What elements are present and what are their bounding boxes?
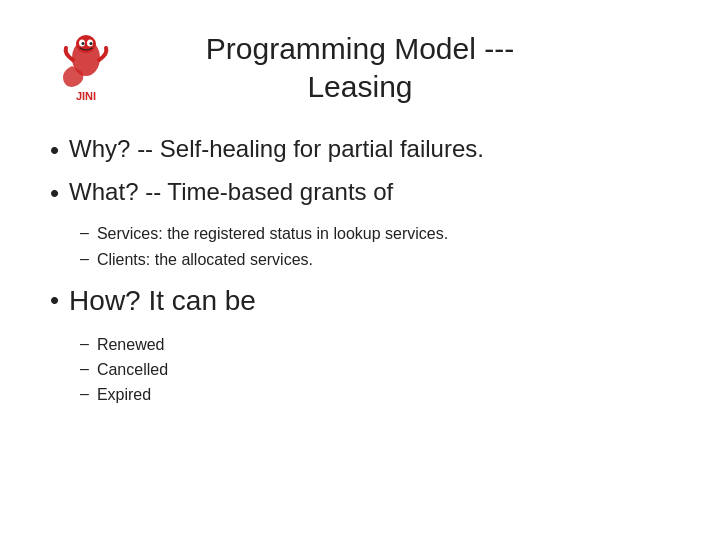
bullet-what: • What? -- Time-based grants of bbox=[50, 176, 670, 209]
jini-logo: JINI bbox=[50, 30, 122, 106]
slide: JINI Programming Model --- Leasing • Why… bbox=[0, 0, 720, 540]
slide-content: • Why? -- Self-healing for partial failu… bbox=[50, 133, 670, 510]
bullet-dot-why: • bbox=[50, 135, 59, 166]
sub-text-clients: Clients: the allocated services. bbox=[97, 249, 313, 271]
sub-text-renewed: Renewed bbox=[97, 334, 165, 356]
dash-icon-expired: – bbox=[80, 385, 89, 403]
sub-item-cancelled: – Cancelled bbox=[80, 359, 670, 381]
svg-point-4 bbox=[82, 42, 85, 45]
slide-title: Programming Model --- Leasing bbox=[206, 30, 514, 105]
dash-icon-clients: – bbox=[80, 250, 89, 268]
sub-text-expired: Expired bbox=[97, 384, 151, 406]
sub-item-renewed: – Renewed bbox=[80, 334, 670, 356]
bullet-dot-what: • bbox=[50, 178, 59, 209]
svg-text:JINI: JINI bbox=[76, 90, 96, 102]
bullet-how: • How? It can be bbox=[50, 283, 670, 319]
sub-text-cancelled: Cancelled bbox=[97, 359, 168, 381]
sub-list-what: – Services: the registered status in loo… bbox=[80, 223, 670, 271]
bullet-text-what: What? -- Time-based grants of bbox=[69, 176, 393, 207]
sub-item-expired: – Expired bbox=[80, 384, 670, 406]
dash-icon-cancelled: – bbox=[80, 360, 89, 378]
bullet-why: • Why? -- Self-healing for partial failu… bbox=[50, 133, 670, 166]
bullet-text-how: How? It can be bbox=[69, 283, 256, 319]
svg-point-5 bbox=[90, 42, 93, 45]
slide-header: JINI Programming Model --- Leasing bbox=[50, 30, 670, 105]
sub-list-how: – Renewed – Cancelled – Expired bbox=[80, 334, 670, 407]
dash-icon-services: – bbox=[80, 224, 89, 242]
bullet-text-why: Why? -- Self-healing for partial failure… bbox=[69, 133, 484, 164]
sub-item-services: – Services: the registered status in loo… bbox=[80, 223, 670, 245]
bullet-dot-how: • bbox=[50, 285, 59, 316]
dash-icon-renewed: – bbox=[80, 335, 89, 353]
sub-text-services: Services: the registered status in looku… bbox=[97, 223, 448, 245]
sub-item-clients: – Clients: the allocated services. bbox=[80, 249, 670, 271]
